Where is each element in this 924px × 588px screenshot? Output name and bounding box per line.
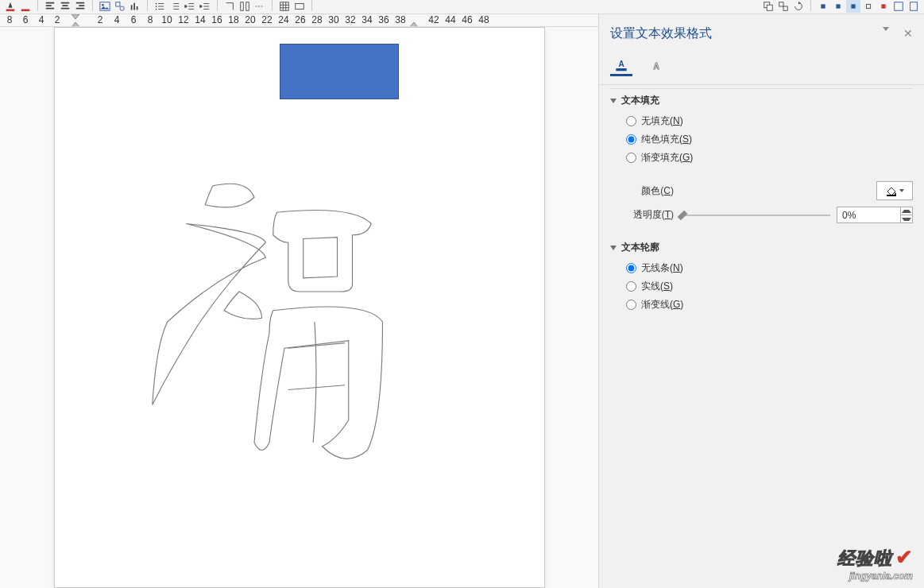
color-label: 颜色 bbox=[641, 185, 660, 196]
option-solid-fill[interactable]: 纯色填充(S) bbox=[610, 130, 913, 149]
indent-inc-icon[interactable] bbox=[198, 0, 212, 13]
pane-options-icon[interactable] bbox=[883, 27, 889, 31]
document-area: 8 6 4 2 2 4 6 8 10 12 14 16 18 20 22 24 … bbox=[0, 14, 598, 588]
ruler-tick: 4 bbox=[33, 14, 49, 25]
svg-text:A: A bbox=[653, 62, 659, 71]
wrap-behind-icon[interactable] bbox=[846, 0, 860, 13]
ruler-tick: 32 bbox=[342, 14, 358, 25]
svg-rect-16 bbox=[783, 6, 787, 10]
chart-icon[interactable] bbox=[128, 0, 142, 13]
align-center-icon[interactable] bbox=[58, 0, 72, 13]
shapes-icon[interactable] bbox=[113, 0, 127, 13]
numbering-icon[interactable] bbox=[168, 0, 182, 13]
radio-solid-fill[interactable] bbox=[626, 134, 636, 145]
toolbar-separator bbox=[92, 0, 93, 11]
option-solid-line[interactable]: 实线(S) bbox=[610, 277, 913, 296]
ruler-tick: 38 bbox=[392, 14, 408, 25]
option-no-fill[interactable]: 无填充(N) bbox=[610, 112, 913, 130]
option-gradient-fill[interactable]: 渐变填充(G) bbox=[610, 149, 913, 167]
right-indent-marker[interactable] bbox=[410, 14, 418, 27]
group-icon[interactable] bbox=[776, 0, 791, 13]
transparency-input[interactable]: 0% bbox=[837, 207, 913, 223]
row-transparency: 透明度(T) 0% bbox=[610, 203, 913, 226]
svg-rect-14 bbox=[767, 5, 772, 10]
ruler-tick: 24 bbox=[276, 14, 292, 25]
svg-rect-0 bbox=[6, 10, 15, 12]
arrange-icon[interactable] bbox=[761, 0, 775, 13]
horizontal-ruler[interactable]: 8 6 4 2 2 4 6 8 10 12 14 16 18 20 22 24 … bbox=[0, 14, 598, 27]
dropdown-caret-icon bbox=[899, 189, 904, 192]
bullets-icon[interactable] bbox=[153, 0, 167, 13]
section-header-outline[interactable]: 文本轮廓 bbox=[610, 241, 913, 254]
option-label: 无线条 bbox=[641, 262, 670, 273]
ruler-tick: 28 bbox=[309, 14, 325, 25]
highlight-icon[interactable] bbox=[18, 0, 33, 13]
document-page[interactable] bbox=[54, 27, 545, 588]
ruler-tick: 44 bbox=[443, 14, 458, 25]
columns-icon[interactable] bbox=[238, 0, 252, 13]
svg-rect-19 bbox=[851, 4, 855, 8]
wrap-square-icon[interactable] bbox=[816, 0, 830, 13]
svg-point-3 bbox=[102, 4, 104, 6]
svg-rect-15 bbox=[779, 2, 783, 6]
wrap-through-icon[interactable] bbox=[876, 0, 891, 13]
radio-no-fill[interactable] bbox=[626, 116, 636, 126]
ruler-tick: 18 bbox=[226, 14, 242, 25]
color-picker-button[interactable] bbox=[876, 181, 913, 200]
selection-pane-icon[interactable] bbox=[907, 0, 921, 13]
svg-rect-4 bbox=[116, 2, 120, 6]
first-line-indent-marker[interactable] bbox=[72, 14, 79, 27]
radio-no-line[interactable] bbox=[626, 263, 636, 273]
tab-text-effects[interactable]: A bbox=[645, 54, 667, 76]
svg-rect-23 bbox=[910, 2, 918, 11]
rotate-icon[interactable] bbox=[791, 0, 806, 13]
svg-rect-2 bbox=[100, 2, 110, 11]
ruler-tick: 2 bbox=[49, 14, 65, 25]
svg-rect-21 bbox=[881, 4, 885, 8]
align-right-icon[interactable] bbox=[73, 0, 87, 13]
ribbon-toolbar bbox=[0, 0, 924, 14]
ruler-tick: 14 bbox=[192, 14, 208, 25]
position-icon[interactable] bbox=[891, 0, 906, 13]
table-icon[interactable] bbox=[277, 0, 292, 13]
ruler-tick: 6 bbox=[17, 14, 33, 25]
image-icon[interactable] bbox=[98, 0, 112, 13]
align-left-icon[interactable] bbox=[43, 0, 57, 13]
wordart-character[interactable] bbox=[134, 171, 404, 473]
tab-text-fill-outline[interactable]: A bbox=[610, 54, 632, 76]
ruler-tick: 34 bbox=[359, 14, 375, 25]
slider-thumb[interactable] bbox=[678, 210, 688, 220]
collapse-caret-icon bbox=[610, 246, 617, 250]
radio-solid-line[interactable] bbox=[626, 281, 636, 292]
option-label: 实线 bbox=[641, 280, 660, 292]
indent-dec-icon[interactable] bbox=[183, 0, 197, 13]
option-gradient-line[interactable]: 渐变线(G) bbox=[610, 296, 913, 314]
svg-rect-12 bbox=[296, 4, 304, 10]
wrap-front-icon[interactable] bbox=[861, 0, 876, 13]
close-icon[interactable]: ✕ bbox=[903, 27, 913, 40]
option-label: 无填充 bbox=[641, 115, 670, 126]
option-no-line[interactable]: 无线条(N) bbox=[610, 259, 913, 277]
section-text-outline: 文本轮廓 无线条(N) 实线(S) 渐变线(G) bbox=[610, 241, 913, 314]
svg-point-5 bbox=[120, 6, 124, 10]
radio-gradient-fill[interactable] bbox=[626, 153, 636, 163]
merge-icon[interactable] bbox=[292, 0, 307, 13]
ruler-tick: 20 bbox=[242, 14, 258, 25]
section-header-fill[interactable]: 文本填充 bbox=[610, 94, 913, 107]
transparency-slider[interactable] bbox=[680, 210, 830, 221]
transparency-value: 0% bbox=[837, 210, 856, 221]
fill-bucket-icon bbox=[885, 184, 898, 197]
transparency-label: 透明度 bbox=[633, 209, 662, 220]
radio-gradient-line[interactable] bbox=[626, 300, 636, 310]
toolbar-separator bbox=[37, 0, 38, 11]
row-color: 颜色(C) bbox=[610, 178, 913, 203]
wrap-tight-icon[interactable] bbox=[831, 0, 845, 13]
page-break-icon[interactable] bbox=[253, 0, 267, 13]
svg-rect-20 bbox=[866, 4, 870, 8]
text-direction-icon[interactable] bbox=[222, 0, 237, 13]
spin-up-button[interactable] bbox=[901, 207, 912, 215]
rectangle-shape[interactable] bbox=[280, 44, 399, 99]
font-color-icon[interactable] bbox=[3, 0, 17, 13]
spin-down-button[interactable] bbox=[901, 215, 912, 222]
ruler-tick: 22 bbox=[259, 14, 275, 25]
